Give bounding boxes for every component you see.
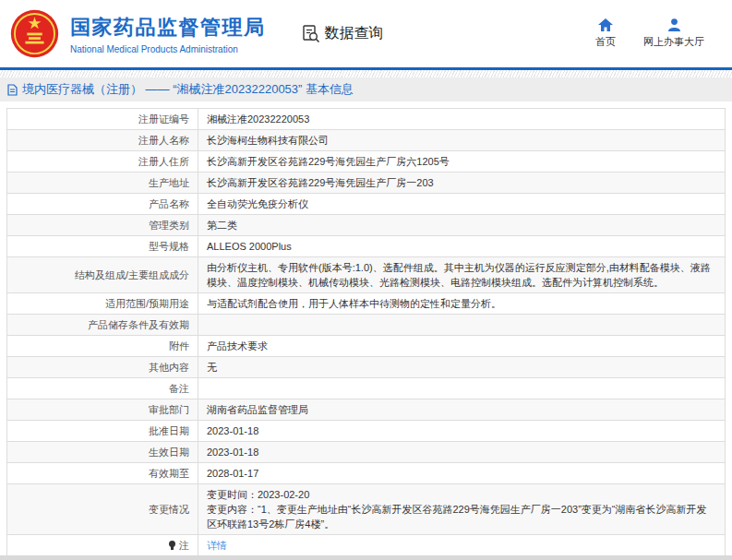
table-row: 注详情 bbox=[7, 535, 726, 556]
table-row: 管理类别第二类 bbox=[7, 215, 726, 236]
org-name-cn: 国家药品监督管理局 bbox=[70, 14, 266, 42]
field-value: ALLEOS 2000Plus bbox=[198, 236, 726, 257]
field-value: 第二类 bbox=[198, 215, 726, 236]
field-value: 全自动荧光免疫分析仪 bbox=[198, 194, 726, 215]
table-row: 其他内容无 bbox=[7, 357, 726, 378]
table-row: 注册人名称长沙海柯生物科技有限公司 bbox=[7, 130, 726, 151]
nav-service-hall-label: 网上办事大厅 bbox=[643, 35, 704, 49]
field-label: 变更情况 bbox=[7, 484, 198, 535]
field-value bbox=[198, 378, 726, 399]
field-label: 注册证编号 bbox=[7, 109, 198, 130]
table-row: 生产地址长沙高新开发区谷苑路229号海凭园生产厂房一203 bbox=[7, 173, 726, 194]
field-value: 长沙高新开发区谷苑路229号海凭园生产厂房六1205号 bbox=[198, 151, 726, 173]
table-row: 批准日期2023-01-18 bbox=[7, 421, 726, 442]
field-label: 审批部门 bbox=[7, 399, 198, 421]
header-nav: 首页 网上办事大厅 bbox=[595, 18, 704, 49]
footer-strip bbox=[0, 555, 732, 560]
page: 国家药品监督管理局 National Medical Products Admi… bbox=[0, 0, 732, 560]
page-title-bar: 境内医疗器械（注册） —— “湘械注准20232220053” 基本信息 bbox=[0, 77, 732, 101]
hatch-strip bbox=[0, 70, 732, 77]
field-label: 备注 bbox=[7, 378, 198, 399]
field-label: 注册人住所 bbox=[7, 151, 198, 173]
field-value: 与适配试剂配合使用，用于人体样本中待测物的定性和定量分析。 bbox=[198, 293, 726, 315]
table-row: 附件产品技术要求 bbox=[7, 336, 726, 357]
nav-service-hall[interactable]: 网上办事大厅 bbox=[643, 18, 704, 49]
page-title: 境内医疗器械（注册） —— “湘械注准20232220053” 基本信息 bbox=[22, 81, 354, 98]
info-table-wrap: 注册证编号湘械注准20232220053注册人名称长沙海柯生物科技有限公司注册人… bbox=[6, 108, 726, 556]
table-row: 产品储存条件及有效期 bbox=[7, 315, 726, 336]
field-value: 湖南省药品监督管理局 bbox=[198, 399, 726, 421]
field-value: 2028-01-17 bbox=[198, 463, 726, 484]
field-value: 2023-01-18 bbox=[198, 442, 726, 463]
field-label: 有效期至 bbox=[7, 463, 198, 484]
nav-home-label: 首页 bbox=[595, 35, 616, 49]
field-label: 其他内容 bbox=[7, 357, 198, 378]
table-row: 适用范围/预期用途与适配试剂配合使用，用于人体样本中待测物的定性和定量分析。 bbox=[7, 293, 726, 315]
field-value: 2023-01-18 bbox=[198, 421, 726, 442]
nmpa-emblem-logo bbox=[9, 8, 60, 59]
field-label: 注册人名称 bbox=[7, 130, 198, 151]
field-value: 变更时间：2023-02-20 变更内容：“1、变更生产地址由“长沙高新开发区谷… bbox=[198, 484, 726, 535]
field-value: 由分析仪主机、专用软件(版本号:1.0)、选配件组成。其中主机为仪器的运行反应测… bbox=[198, 257, 726, 293]
field-value: 无 bbox=[198, 357, 726, 378]
table-row: 注册证编号湘械注准20232220053 bbox=[7, 109, 726, 130]
field-label: 批准日期 bbox=[7, 421, 198, 442]
field-label: 产品储存条件及有效期 bbox=[7, 315, 198, 336]
field-label: 产品名称 bbox=[7, 194, 198, 215]
document-icon bbox=[7, 84, 18, 96]
field-label: 生效日期 bbox=[7, 442, 198, 463]
field-label: 生产地址 bbox=[7, 173, 198, 194]
field-value: 详情 bbox=[198, 535, 726, 556]
table-row: 生效日期2023-01-18 bbox=[7, 442, 726, 463]
user-icon bbox=[667, 18, 681, 31]
field-label: 管理类别 bbox=[7, 215, 198, 236]
field-label: 注 bbox=[7, 535, 198, 556]
field-value: 产品技术要求 bbox=[198, 336, 726, 357]
table-row: 审批部门湖南省药品监督管理局 bbox=[7, 399, 726, 421]
table-row: 产品名称全自动荧光免疫分析仪 bbox=[7, 194, 726, 215]
field-value bbox=[198, 315, 726, 336]
field-label: 型号规格 bbox=[7, 236, 198, 257]
info-table-body: 注册证编号湘械注准20232220053注册人名称长沙海柯生物科技有限公司注册人… bbox=[7, 109, 726, 556]
table-row: 变更情况变更时间：2023-02-20 变更内容：“1、变更生产地址由“长沙高新… bbox=[7, 484, 726, 535]
info-table: 注册证编号湘械注准20232220053注册人名称长沙海柯生物科技有限公司注册人… bbox=[6, 108, 726, 556]
table-row: 备注 bbox=[7, 378, 726, 399]
table-row: 有效期至2028-01-17 bbox=[7, 463, 726, 484]
details-link[interactable]: 详情 bbox=[207, 540, 227, 551]
data-query-label: 数据查询 bbox=[325, 24, 384, 43]
field-label: 结构及组成/主要组成成分 bbox=[7, 257, 198, 293]
field-label: 适用范围/预期用途 bbox=[7, 293, 198, 315]
bulb-icon bbox=[169, 541, 175, 547]
document-search-icon bbox=[301, 24, 320, 43]
nav-home[interactable]: 首页 bbox=[595, 18, 616, 49]
field-value: 长沙高新开发区谷苑路229号海凭园生产厂房一203 bbox=[198, 173, 726, 194]
org-name-en: National Medical Products Administration bbox=[70, 44, 266, 54]
home-icon bbox=[598, 18, 613, 31]
field-value: 长沙海柯生物科技有限公司 bbox=[198, 130, 726, 151]
data-query-section[interactable]: 数据查询 bbox=[301, 24, 384, 43]
table-row: 型号规格ALLEOS 2000Plus bbox=[7, 236, 726, 257]
field-value: 湘械注准20232220053 bbox=[198, 109, 726, 130]
field-label: 附件 bbox=[7, 336, 198, 357]
org-names: 国家药品监督管理局 National Medical Products Admi… bbox=[70, 14, 266, 54]
site-header: 国家药品监督管理局 National Medical Products Admi… bbox=[0, 0, 732, 67]
table-row: 注册人住所长沙高新开发区谷苑路229号海凭园生产厂房六1205号 bbox=[7, 151, 726, 173]
table-row: 结构及组成/主要组成成分由分析仪主机、专用软件(版本号:1.0)、选配件组成。其… bbox=[7, 257, 726, 293]
